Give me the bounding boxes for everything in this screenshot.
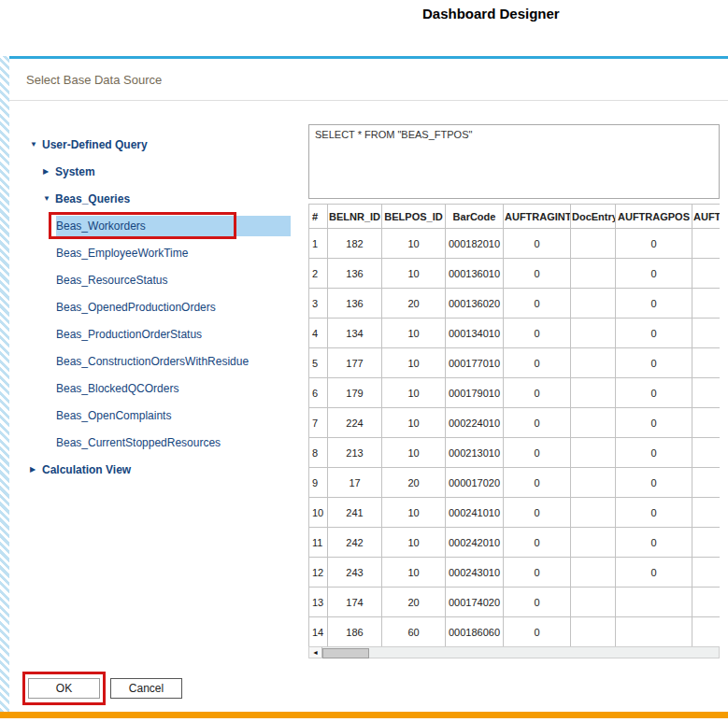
- table-cell: 000186060: [446, 617, 504, 647]
- tree-item-beas_opencomplaints[interactable]: Beas_OpenComplaints: [26, 402, 291, 429]
- tree-item-calculation view[interactable]: ▶Calculation View: [26, 456, 291, 483]
- table-cell: [692, 558, 721, 588]
- data-preview-grid: #BELNR_IDBELPOS_IDBarCodeAUFTRAGINTDocEn…: [308, 204, 720, 658]
- table-cell: [571, 348, 616, 378]
- table-cell: 182: [328, 229, 382, 259]
- column-header--: #: [309, 205, 328, 229]
- table-cell: 213: [328, 438, 382, 468]
- sql-preview-box[interactable]: SELECT * FROM "BEAS_FTPOS": [308, 124, 720, 199]
- tree-item-label: Beas_ConstructionOrdersWithResidue: [56, 351, 291, 372]
- tree-item-label: Beas_OpenComplaints: [56, 405, 291, 426]
- table-cell: 9: [309, 468, 328, 498]
- table-row: 14186600001860600: [309, 617, 721, 647]
- table-cell: 20: [382, 588, 446, 617]
- table-cell: 14: [309, 617, 328, 647]
- dialog-title: Select Base Data Source: [26, 73, 162, 87]
- column-header-barcode: BarCode: [446, 205, 504, 229]
- table-row: 11821000018201000: [309, 229, 721, 259]
- tree-item-beas_openedproductionorders[interactable]: Beas_OpenedProductionOrders: [26, 293, 291, 320]
- tree-item-user-defined query[interactable]: ▼User-Defined Query: [26, 131, 291, 158]
- tree-item-label: User-Defined Query: [42, 134, 291, 155]
- column-header-auftragpos: AUFTRAGPOS: [616, 205, 692, 229]
- tree-item-beas_resourcestatus[interactable]: Beas_ResourceStatus: [26, 266, 291, 293]
- table-cell: 0: [504, 229, 571, 259]
- dialog-top-accent: [9, 56, 728, 59]
- table-cell: 4: [309, 319, 328, 348]
- table-cell: [616, 588, 692, 617]
- table-cell: 241: [328, 498, 382, 528]
- horizontal-scrollbar[interactable]: ◄: [308, 646, 720, 658]
- table-cell: [692, 289, 721, 319]
- dashboard-designer-window: Dashboard Designer Select Base Data Sour…: [0, 0, 728, 722]
- tree-item-beas_employeeworktime[interactable]: Beas_EmployeeWorkTime: [26, 239, 291, 266]
- table-cell: 8: [309, 438, 328, 468]
- collapse-icon[interactable]: ▼: [43, 194, 55, 203]
- expand-icon[interactable]: ▶: [30, 465, 42, 474]
- table-row: 61791000017901000: [309, 378, 721, 408]
- table-cell: 0: [504, 528, 571, 558]
- tree-item-label: Calculation View: [42, 460, 291, 480]
- table-cell: [571, 498, 616, 528]
- table-cell: 000243010: [446, 558, 504, 588]
- tree-item-beas_constructionorderswithresidue[interactable]: Beas_ConstructionOrdersWithResidue: [26, 347, 291, 375]
- table-row: 102411000024101000: [309, 498, 721, 528]
- table-cell: 20: [382, 289, 446, 319]
- table-cell: 0: [504, 348, 571, 378]
- table-cell: 0: [616, 498, 692, 528]
- tree-item-beas_workorders[interactable]: Beas_Workorders: [26, 212, 291, 239]
- table-cell: 0: [616, 289, 692, 319]
- table-cell: [571, 588, 616, 617]
- tree-item-system[interactable]: ▶System: [26, 158, 291, 185]
- table-cell: [692, 259, 721, 289]
- tree-item-label: Beas_ResourceStatus: [56, 270, 291, 290]
- table-cell: 0: [504, 558, 571, 588]
- sql-text: SELECT * FROM "BEAS_FTPOS": [315, 129, 472, 140]
- tree-item-beas_currentstoppedresources[interactable]: Beas_CurrentStoppedResources: [26, 429, 291, 456]
- table-cell: 000174020: [446, 588, 504, 617]
- tree-item-beas_productionorderstatus[interactable]: Beas_ProductionOrderStatus: [26, 320, 291, 347]
- scroll-left-icon[interactable]: ◄: [309, 647, 322, 658]
- table-cell: 10: [309, 498, 328, 528]
- table-cell: 60: [382, 617, 446, 647]
- table-cell: [571, 229, 616, 259]
- column-header-docentry: DocEntry: [571, 205, 616, 229]
- table-cell: [571, 438, 616, 468]
- ok-button[interactable]: OK: [28, 678, 100, 699]
- table-cell: 000242010: [446, 528, 504, 558]
- table-cell: 000213010: [446, 438, 504, 468]
- table-row: 13174200001740200: [309, 588, 721, 617]
- table-cell: 174: [328, 588, 382, 617]
- data-source-tree: ▼User-Defined Query▶System▼Beas_QueriesB…: [26, 131, 291, 483]
- collapse-icon[interactable]: ▼: [30, 140, 42, 149]
- tree-item-beas_blockedqcorders[interactable]: Beas_BlockedQCOrders: [26, 375, 291, 402]
- tree-item-beas_queries[interactable]: ▼Beas_Queries: [26, 185, 291, 212]
- table-cell: [571, 289, 616, 319]
- table-cell: 0: [504, 498, 571, 528]
- table-cell: [571, 558, 616, 588]
- table-cell: 13: [309, 588, 328, 617]
- table-cell: 0: [616, 468, 692, 498]
- table-row: 31362000013602000: [309, 289, 721, 319]
- table-cell: [692, 438, 721, 468]
- table-cell: 0: [504, 468, 571, 498]
- expand-icon[interactable]: ▶: [43, 167, 55, 176]
- header-separator: [9, 100, 728, 101]
- table-cell: [692, 408, 721, 438]
- table-row: 112421000024201000: [309, 528, 721, 558]
- table-cell: 0: [504, 408, 571, 438]
- scrollbar-thumb[interactable]: [322, 648, 369, 658]
- table-cell: 10: [382, 498, 446, 528]
- table-cell: [692, 617, 721, 647]
- bottom-accent-bar: [0, 712, 728, 718]
- table-cell: [571, 528, 616, 558]
- table-cell: 000017020: [446, 468, 504, 498]
- table-cell: 10: [382, 229, 446, 259]
- tree-item-label: Beas_Queries: [55, 189, 291, 209]
- table-cell: 0: [616, 558, 692, 588]
- table-row: 122431000024301000: [309, 558, 721, 588]
- table-cell: 000136010: [446, 259, 504, 289]
- table-cell: [571, 378, 616, 408]
- cancel-button[interactable]: Cancel: [110, 678, 182, 699]
- table-header-row: #BELNR_IDBELPOS_IDBarCodeAUFTRAGINTDocEn…: [309, 205, 721, 229]
- table-cell: [692, 588, 721, 617]
